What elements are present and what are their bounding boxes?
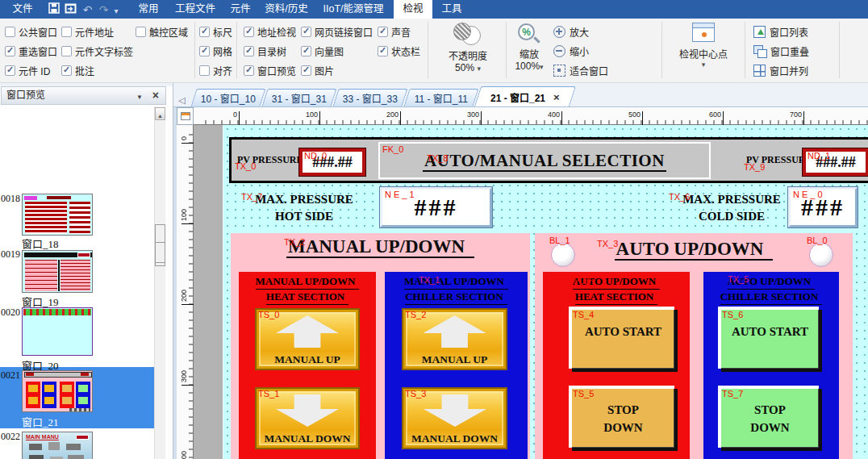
window-item-name: 窗口_21 — [22, 414, 59, 429]
view-center-button[interactable]: 检视中心点 ▾ — [668, 23, 739, 69]
toggle-web-link-window[interactable]: 网页链接窗口 — [301, 25, 373, 38]
zoom-button[interactable]: % 缩放 100%▾ — [508, 23, 550, 72]
fit-window-button[interactable]: 适合窗口 — [553, 64, 608, 77]
document-tab-bar: 10 - 窗口_10 31 - 窗口_31 33 - 窗口_33 11 - 窗口… — [173, 83, 868, 107]
zoom-out-button[interactable]: 缩小 — [553, 44, 589, 58]
doc-tab-window-10[interactable]: 10 - 窗口_10 — [190, 89, 265, 106]
ruler-value: 300 — [180, 370, 188, 382]
doc-tab-window-33[interactable]: 33 - 窗口_33 — [332, 89, 407, 106]
toggle-object-id[interactable]: 元件 ID — [5, 64, 50, 77]
toggle-touch-area[interactable]: 触控区域 — [136, 25, 188, 38]
menu-file[interactable]: 文件 — [5, 0, 40, 19]
toggle-reselect-window[interactable]: 重选窗口 — [5, 44, 57, 57]
toggle-grid[interactable]: 网格 — [199, 44, 232, 57]
toggle-label: 声音 — [391, 25, 411, 39]
horizontal-ruler: 0 100 200 300 400 500 600 700 — [194, 107, 868, 125]
window-cascade-button[interactable]: 窗口重叠 — [753, 44, 809, 58]
manual-chiller-panel[interactable]: MANUAL UP/DOWN CHILLER SECTION TX_1 TS_2… — [385, 272, 528, 459]
object-id-tag: FK_0 — [382, 145, 403, 154]
ruler-corner-button[interactable] — [177, 107, 194, 125]
window-tile-button[interactable]: 窗口并列 — [753, 64, 808, 77]
save-icon[interactable] — [47, 2, 61, 16]
scrollbar-thumb[interactable] — [155, 224, 165, 266]
max-pressure-hot-display[interactable]: ### NE_1 — [380, 187, 492, 227]
window-thumbnail[interactable] — [22, 307, 93, 356]
quickbar-dropdown-icon[interactable] — [112, 2, 120, 16]
menu-tab-iiot-energy[interactable]: IIoT/能源管理 — [315, 0, 392, 19]
thumb-art — [78, 397, 88, 404]
toggle-object-text-label[interactable]: 元件文字标签 — [61, 44, 133, 57]
menu-tab-home[interactable]: 常用 — [129, 0, 168, 19]
toggle-vector-graphics[interactable]: 向量图 — [301, 44, 344, 57]
toggle-comment[interactable]: 批注 — [61, 64, 94, 77]
toggle-address-view[interactable]: 地址检视 — [244, 25, 296, 38]
manual-updown-panel[interactable]: MANUAL UP/DOWN TX_2 MANUAL UP/DOWN HEAT … — [231, 233, 530, 459]
button-label: MANUAL UP — [257, 353, 358, 366]
selection-function-key[interactable]: FK_0 TX_8 AUTO/MANUAL SELECTION — [378, 142, 711, 179]
auto-start-heat-button[interactable]: TS_4 AUTO START — [569, 307, 674, 369]
pv-pressure-left-display[interactable]: ###.## ND_0 — [299, 148, 365, 176]
menu-tab-data-history[interactable]: 资料/历史 — [260, 0, 313, 19]
window-item-number: 0021 — [1, 369, 20, 382]
menu-tab-project[interactable]: 工程文件 — [169, 0, 221, 19]
auto-updown-panel[interactable]: AUTO UP/DOWN TX_3 BL_1 BL_0 AUTO UP/DOWN… — [535, 233, 853, 459]
stop-down-heat-button[interactable]: TS_5 STOP DOWN — [569, 386, 674, 448]
window-thumbnail[interactable]: MAIN MANU — [22, 432, 93, 459]
thumb-art — [62, 397, 72, 404]
toggle-sound[interactable]: 声音 — [378, 25, 411, 38]
zoom-in-button[interactable]: 放大 — [553, 25, 589, 39]
toggle-status-bar[interactable]: 状态栏 — [378, 44, 420, 57]
pilot-lamp-right[interactable] — [809, 243, 833, 267]
doc-tab-window-31[interactable]: 31 - 窗口_31 — [261, 89, 336, 106]
export-window-icon[interactable] — [64, 2, 77, 16]
manual-up-chiller-button[interactable]: TS_2 MANUAL UP — [402, 308, 507, 370]
pilot-lamp-left[interactable] — [551, 243, 575, 267]
opacity-button[interactable]: 不透明度 50% ▾ — [430, 23, 506, 73]
window-thumbnail[interactable] — [22, 250, 93, 293]
auto-chiller-panel[interactable]: AUTO UP/DOWN CHILLER SECTION TX_5 TS_6 A… — [703, 272, 839, 459]
tab-close-icon[interactable]: × — [553, 91, 560, 103]
toggle-window-preview[interactable]: 窗口预览 — [244, 64, 296, 77]
object-id-tag: TS_2 — [405, 311, 426, 319]
sidebar-close-icon[interactable] — [152, 87, 159, 105]
ribbon-divider — [745, 22, 745, 78]
manual-down-heat-button[interactable]: TS_1 MANUAL DOWN — [255, 387, 360, 449]
manual-up-heat-button[interactable]: TS_0 MANUAL UP — [255, 308, 360, 370]
manual-heat-panel[interactable]: MANUAL UP/DOWN HEAT SECTION TS_0 MANUAL … — [239, 272, 376, 459]
doc-tab-window-21[interactable]: 21 - 窗口_21× — [474, 86, 576, 106]
toggle-directory-tree[interactable]: 目录树 — [244, 44, 286, 57]
toggle-label: 窗口预览 — [257, 64, 296, 77]
menu-tab-view[interactable]: 检视 — [394, 0, 432, 19]
toggle-ruler[interactable]: 标尺 — [199, 25, 232, 38]
menu-tab-object[interactable]: 元件 — [223, 0, 258, 19]
toggle-common-window[interactable]: 公共窗口 — [5, 25, 57, 38]
undo-icon[interactable] — [81, 2, 94, 16]
opacity-value: 50% — [455, 62, 474, 73]
window-thumbnail[interactable] — [22, 194, 93, 236]
manual-down-chiller-button[interactable]: TS_3 MANUAL DOWN — [402, 387, 507, 449]
window-thumbnail-selected[interactable] — [22, 370, 93, 412]
vertical-ruler: 0 100 200 300 400 — [177, 125, 194, 459]
max-pressure-cold-display[interactable]: ### NE_0 — [788, 187, 858, 227]
scrollbar-up-arrow[interactable] — [155, 107, 165, 120]
stop-down-chiller-button[interactable]: TS_7 STOP DOWN — [718, 386, 819, 448]
zoom-in-icon — [553, 26, 565, 38]
redo-icon[interactable] — [97, 2, 111, 16]
thumb-art — [66, 444, 81, 450]
window-list-label: 窗口列表 — [770, 25, 808, 39]
thumb-art — [29, 444, 42, 450]
pv-pressure-right-display[interactable]: ###.## ND_1 — [803, 148, 868, 176]
auto-heat-panel[interactable]: AUTO UP/DOWN HEAT SECTION TX_4 TS_4 AUTO… — [543, 272, 690, 459]
toggle-picture[interactable]: 图片 — [301, 64, 334, 77]
sidebar-scrollbar[interactable] — [154, 106, 165, 459]
auto-start-chiller-button[interactable]: TS_6 AUTO START — [718, 307, 819, 369]
toggle-object-address[interactable]: 元件地址 — [61, 25, 114, 38]
doc-tab-window-11[interactable]: 11 - 窗口_11 — [403, 89, 478, 106]
thumb-main-menu-title: MAIN MANU — [26, 434, 59, 440]
fit-window-icon — [553, 65, 565, 77]
toggle-snap[interactable]: 对齐 — [199, 64, 232, 77]
menu-tab-tool[interactable]: 工具 — [434, 0, 469, 19]
tab-scroll-left-icon[interactable] — [178, 92, 188, 102]
window-list-button[interactable]: 窗口列表 — [753, 25, 808, 39]
sidebar-dropdown-icon[interactable] — [136, 88, 143, 106]
